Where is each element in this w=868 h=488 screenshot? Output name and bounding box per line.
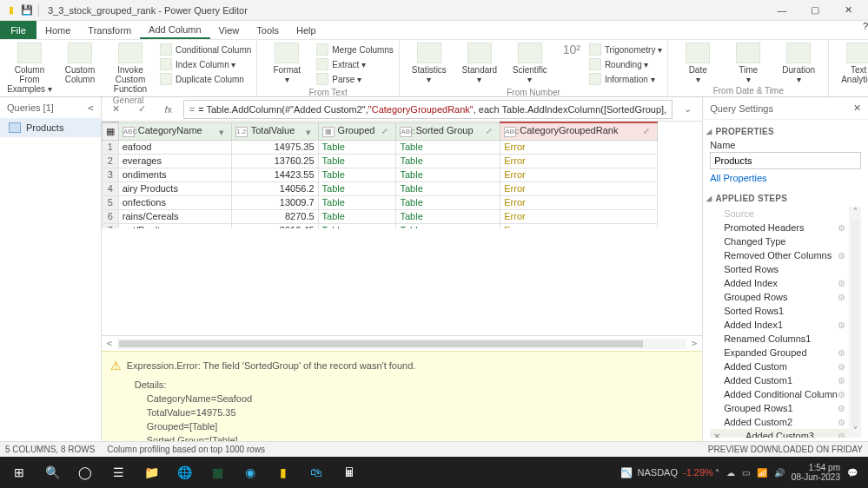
fromtext-mergecolumns[interactable]: Merge Columns xyxy=(316,43,394,56)
all-properties-link[interactable]: All Properties xyxy=(710,173,766,183)
row-header-corner[interactable]: ▦ xyxy=(102,122,118,140)
gear-icon[interactable]: ⚙ xyxy=(838,279,845,288)
expand-icon[interactable]: ⤢ xyxy=(486,127,498,137)
column-header-grouped[interactable]: ▦Grouped⤢ xyxy=(318,122,396,140)
cell-total[interactable]: 14423.55 xyxy=(231,168,318,181)
row-number[interactable]: 1 xyxy=(102,140,118,154)
applied-steps-heading[interactable]: APPLIED STEPS xyxy=(706,194,861,203)
cell-grouped[interactable]: Table xyxy=(318,154,396,168)
gear-icon[interactable]: ⚙ xyxy=(838,293,845,302)
cell-total[interactable]: 13760.25 xyxy=(231,154,318,168)
properties-heading[interactable]: PROPERTIES xyxy=(706,127,861,136)
applied-step[interactable]: Grouped Rows⚙ xyxy=(710,290,849,304)
cell-sorted[interactable]: Table xyxy=(396,195,500,209)
explorer-icon[interactable]: 📁 xyxy=(136,459,167,485)
column-header-totalvalue[interactable]: 1.2TotalValue▾ xyxy=(231,122,318,140)
ai-text[interactable]: TextAnalytics xyxy=(834,43,868,94)
fromnumber-scientific[interactable]: Scientific▾ xyxy=(506,43,554,84)
cell-total[interactable]: 14975.35 xyxy=(231,140,318,154)
gear-icon[interactable]: ⚙ xyxy=(838,251,845,260)
fromtext-extract[interactable]: Extract ▾ xyxy=(316,57,394,71)
scroll-down-icon[interactable]: ˅ xyxy=(853,425,858,438)
applied-step[interactable]: Renamed Columns1 xyxy=(710,332,849,346)
tray-volume-icon[interactable]: 🔊 xyxy=(774,468,785,478)
fromnumber-trigonometry[interactable]: Trigonometry ▾ xyxy=(589,43,662,56)
formula-bar[interactable]: = = Table.AddColumn(#"Added Custom2", "C… xyxy=(183,100,673,119)
row-number[interactable]: 3 xyxy=(102,168,118,181)
gear-icon[interactable]: ⚙ xyxy=(838,404,845,413)
cell-grouped[interactable]: Table xyxy=(318,209,396,223)
fromdate-duration[interactable]: Duration▾ xyxy=(774,43,823,84)
gear-icon[interactable]: ⚙ xyxy=(838,376,845,386)
formula-accept-icon[interactable]: ✓ xyxy=(131,100,154,119)
chrome-icon[interactable]: 🌐 xyxy=(169,459,200,485)
applied-step[interactable]: Expanded Grouped⚙ xyxy=(710,346,849,359)
fromdate-date[interactable]: Date▾ xyxy=(673,43,722,84)
applied-step[interactable]: Sorted Rows xyxy=(710,262,849,276)
cell-category[interactable]: eafood xyxy=(118,140,231,154)
taskview-icon[interactable]: ☰ xyxy=(103,459,134,485)
cell-category[interactable]: everages xyxy=(118,154,231,168)
scroll-right-icon[interactable]: > xyxy=(686,338,702,349)
menu-tab-tools[interactable]: Tools xyxy=(248,21,288,39)
cell-total[interactable]: 8270.5 xyxy=(231,209,318,223)
cell-category[interactable]: airy Products xyxy=(118,181,231,195)
applied-step[interactable]: Added Custom⚙ xyxy=(710,359,849,373)
cell-total[interactable]: 13009.7 xyxy=(231,195,318,209)
filter-icon[interactable]: ▾ xyxy=(306,127,316,137)
general-duplicatecolumn[interactable]: Duplicate Column xyxy=(160,72,251,86)
general-columnfrom[interactable]: Column FromExamples ▾ xyxy=(5,43,54,94)
applied-step[interactable]: Sorted Rows1 xyxy=(710,304,849,318)
scroll-left-icon[interactable]: < xyxy=(102,338,117,349)
start-button[interactable]: ⊞ xyxy=(3,459,35,485)
formula-cancel-icon[interactable]: ✕ xyxy=(105,100,128,119)
stock-ticker[interactable]: 📉 NASDAQ -1.29% xyxy=(620,467,713,478)
file-menu[interactable]: File xyxy=(0,21,36,39)
filter-icon[interactable]: ▾ xyxy=(219,127,229,137)
row-number[interactable]: 7 xyxy=(102,223,118,228)
applied-step[interactable]: Added Conditional Column⚙ xyxy=(710,387,849,401)
gear-icon[interactable]: ⚙ xyxy=(838,223,845,233)
applied-step[interactable]: Added Index⚙ xyxy=(710,276,849,290)
close-settings-icon[interactable]: ✕ xyxy=(853,102,861,114)
cell-error[interactable]: Error xyxy=(500,209,657,223)
menu-tab-add-column[interactable]: Add Column xyxy=(140,21,210,39)
cell-total[interactable]: 14056.2 xyxy=(231,181,318,195)
applied-step[interactable]: Grouped Rows1⚙ xyxy=(710,401,849,415)
formula-expand-icon[interactable]: ⌄ xyxy=(676,100,699,119)
column-header-categoryname[interactable]: ABCCategoryName▾ xyxy=(118,122,231,140)
powerbi-icon[interactable]: ▮ xyxy=(268,459,299,485)
tray-clock[interactable]: 1:54 pm 08-Jun-2023 xyxy=(792,463,840,482)
edge-icon[interactable]: ◉ xyxy=(235,459,266,485)
cell-grouped[interactable]: Table xyxy=(318,195,396,209)
formula-fx-icon[interactable]: fx xyxy=(157,100,180,119)
cell-error[interactable]: Error xyxy=(500,140,657,154)
excel-icon[interactable]: ▦ xyxy=(202,459,233,485)
cell-category[interactable]: eat/Poultry xyxy=(118,223,231,228)
row-number[interactable]: 6 xyxy=(102,209,118,223)
cell-sorted[interactable]: Table xyxy=(396,168,500,181)
applied-step[interactable]: Added Index1⚙ xyxy=(710,318,849,332)
tray-notifications-icon[interactable]: 💬 xyxy=(847,468,858,478)
cell-error[interactable]: Error xyxy=(500,168,657,181)
save-icon[interactable]: 💾 xyxy=(19,3,35,18)
cell-sorted[interactable]: Table xyxy=(396,223,500,228)
cell-grouped[interactable]: Table xyxy=(318,168,396,181)
cell-sorted[interactable]: Table xyxy=(396,154,500,168)
gear-icon[interactable]: ⚙ xyxy=(838,348,845,358)
applied-step[interactable]: Source xyxy=(710,207,849,221)
store-icon[interactable]: 🛍 xyxy=(301,459,332,485)
query-name-input[interactable] xyxy=(710,152,861,169)
tray-cloud-icon[interactable]: ☁ xyxy=(726,468,735,478)
cell-sorted[interactable]: Table xyxy=(396,140,500,154)
tray-chevron-icon[interactable]: ˄ xyxy=(715,468,719,478)
scroll-up-icon[interactable]: ˄ xyxy=(853,207,858,219)
tray-wifi-icon[interactable]: 📶 xyxy=(757,468,767,478)
fromnumber-standard[interactable]: Standard▾ xyxy=(455,43,504,84)
format-button[interactable]: Format▾ xyxy=(262,43,311,84)
horizontal-scrollbar[interactable] xyxy=(117,339,686,349)
general-invokecustom[interactable]: Invoke CustomFunction xyxy=(106,43,155,94)
column-header-categorygroupedrank[interactable]: ABCCategoryGroupedRank⤢ xyxy=(500,122,657,140)
calculator-icon[interactable]: 🖩 xyxy=(334,459,365,485)
cell-grouped[interactable]: Table xyxy=(318,140,396,154)
